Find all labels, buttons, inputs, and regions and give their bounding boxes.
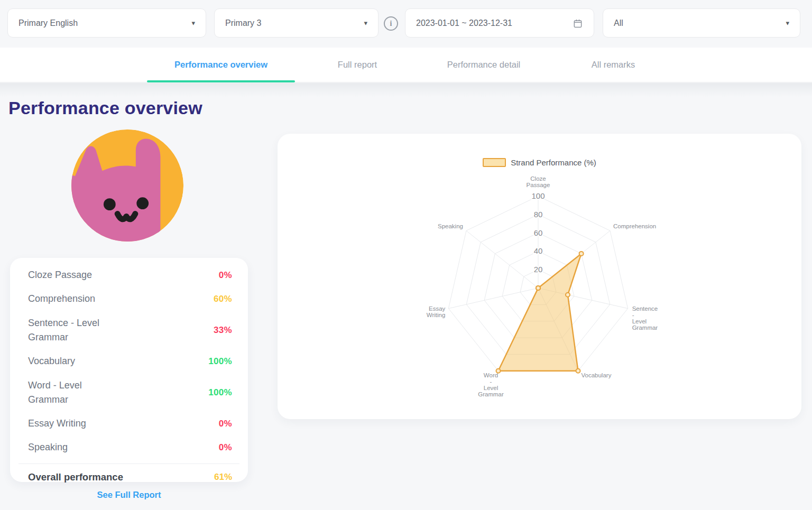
svg-text:Level: Level <box>632 318 647 324</box>
stat-value: 60% <box>214 294 232 304</box>
chevron-down-icon: ▾ <box>364 19 367 27</box>
stat-label: Essay Writing <box>28 416 86 431</box>
stat-row-sentence-level-grammar: Sentence - Level Grammar 33% <box>28 311 232 349</box>
strand-performance-radar-chart: 20406080100ClozePassageComprehensionSent… <box>278 134 801 419</box>
subject-dropdown[interactable]: Primary English ▾ <box>7 8 206 38</box>
tab-performance-overview[interactable]: Performance overview <box>147 48 295 82</box>
date-range-input[interactable]: 2023-01-01 ~ 2023-12-31 <box>405 8 594 38</box>
svg-text:60: 60 <box>534 228 543 237</box>
svg-text:Vocabulary: Vocabulary <box>581 372 611 378</box>
svg-text:Level: Level <box>484 385 499 391</box>
stat-row-comprehension: Comprehension 60% <box>28 287 232 311</box>
stat-value: 0% <box>219 419 232 429</box>
svg-text:20: 20 <box>534 265 543 274</box>
strand-scores-card: Cloze Passage 0% Comprehension 60% Sente… <box>10 258 248 482</box>
stat-label: Vocabulary <box>28 354 75 368</box>
stat-value: 33% <box>214 325 232 336</box>
page-title: Performance overview <box>8 98 202 118</box>
info-button[interactable]: i <box>384 16 398 31</box>
chevron-down-icon: ▾ <box>786 19 789 27</box>
calendar-icon <box>573 18 583 29</box>
filter-bar: Primary English ▾ Primary 3 ▾ i 2023-01-… <box>0 0 812 48</box>
radar-chart-card: Strand Performance (%) 20406080100ClozeP… <box>278 134 801 419</box>
svg-text:Sentence: Sentence <box>632 305 658 312</box>
svg-text:Grammar: Grammar <box>632 324 658 331</box>
svg-text:Word: Word <box>484 372 498 378</box>
svg-text:Speaking: Speaking <box>438 223 463 229</box>
tab-bar: Performance overview Full report Perform… <box>0 48 812 82</box>
overall-value: 61% <box>214 472 232 483</box>
tab-full-report[interactable]: Full report <box>295 48 420 82</box>
svg-text:-: - <box>490 378 492 385</box>
svg-text:Cloze: Cloze <box>530 175 546 182</box>
class-dropdown[interactable]: All ▾ <box>603 8 800 38</box>
level-dropdown[interactable]: Primary 3 ▾ <box>214 8 379 38</box>
see-full-report-link[interactable]: See Full Report <box>10 490 248 500</box>
stat-row-vocabulary: Vocabulary 100% <box>28 349 232 373</box>
stat-row-cloze-passage: Cloze Passage 0% <box>28 263 232 287</box>
svg-text:100: 100 <box>531 191 545 200</box>
stat-row-word-level-grammar: Word - Level Grammar 100% <box>28 373 232 412</box>
svg-text:80: 80 <box>534 210 543 219</box>
subject-dropdown-value: Primary English <box>19 18 78 28</box>
stat-value: 0% <box>219 270 232 281</box>
svg-text:40: 40 <box>534 246 543 255</box>
stat-row-speaking: Speaking 0% <box>28 435 232 459</box>
chevron-down-icon: ▾ <box>191 19 195 27</box>
svg-text:Essay: Essay <box>429 305 446 312</box>
stat-label: Word - Level Grammar <box>28 378 118 407</box>
date-range-value: 2023-01-01 ~ 2023-12-31 <box>416 18 512 28</box>
divider <box>19 463 239 464</box>
svg-text:Writing: Writing <box>427 312 446 318</box>
tab-all-remarks[interactable]: All remarks <box>548 48 679 82</box>
info-icon: i <box>390 20 392 28</box>
overall-label: Overall performance <box>28 471 123 483</box>
student-avatar <box>71 129 184 242</box>
stat-row-essay-writing: Essay Writing 0% <box>28 412 232 435</box>
svg-text:Grammar: Grammar <box>478 391 504 397</box>
stat-value: 100% <box>208 356 232 367</box>
cat-avatar-image <box>71 129 184 242</box>
main-content: Performance overview Cloze Passage 0% Co… <box>0 83 812 510</box>
svg-text:-: - <box>632 312 634 318</box>
stat-row-overall-performance: Overall performance 61% <box>28 465 232 489</box>
stat-label: Cloze Passage <box>28 268 92 282</box>
level-dropdown-value: Primary 3 <box>225 18 261 28</box>
stat-label: Sentence - Level Grammar <box>28 316 118 345</box>
svg-text:Passage: Passage <box>527 182 550 188</box>
stat-value: 0% <box>219 442 232 453</box>
stat-label: Speaking <box>28 440 68 455</box>
stat-label: Comprehension <box>28 292 95 306</box>
svg-text:Comprehension: Comprehension <box>613 223 656 229</box>
class-dropdown-value: All <box>614 18 623 28</box>
tab-performance-detail[interactable]: Performance detail <box>420 48 548 82</box>
stat-value: 100% <box>208 387 232 398</box>
